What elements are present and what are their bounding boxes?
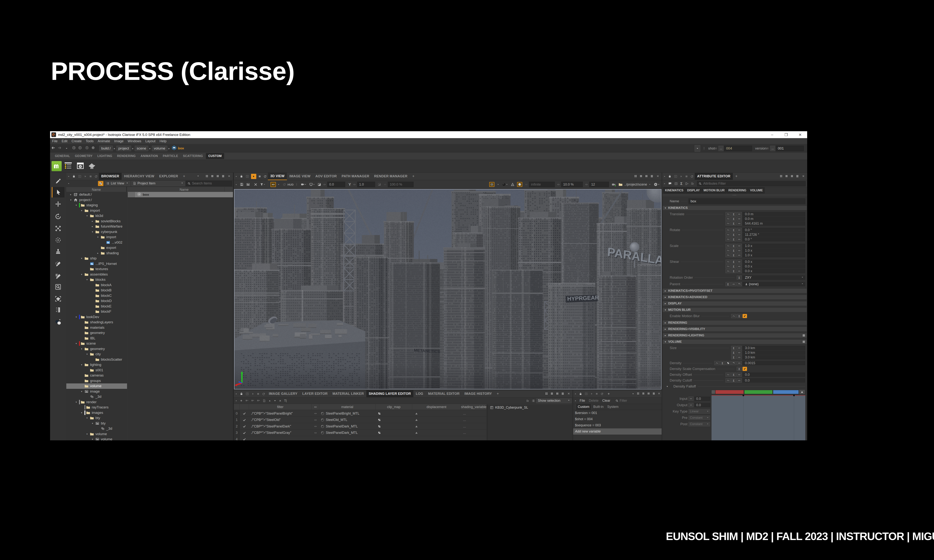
info-icon[interactable]: i <box>91 146 95 151</box>
snapshot-icon[interactable]: S <box>85 146 89 151</box>
context-mode-icon[interactable] <box>98 181 103 186</box>
context-tab-scattering[interactable]: SCATTERING <box>183 154 203 158</box>
expanded-arrow-icon[interactable]: ▾ <box>75 342 77 345</box>
camera-icon[interactable] <box>301 183 307 186</box>
tab-log[interactable]: LOG <box>413 390 426 397</box>
attr-vis-icon[interactable] <box>737 264 742 268</box>
attr-vis-icon[interactable] <box>737 351 742 355</box>
tree-item-rayTracers[interactable]: rayTracers <box>66 405 127 410</box>
attr-value-field[interactable]: 1.0 km <box>743 351 805 355</box>
attr-sum-icon[interactable]: Σ <box>731 222 736 226</box>
shading-layer-row-1[interactable]: 1./"CPB*">"SteelOld"SteelOld_MTL... <box>234 417 487 423</box>
attr-curve-icon[interactable] <box>726 253 731 257</box>
column-header-eye[interactable] <box>312 404 319 410</box>
attr-sum-icon[interactable]: Σ <box>731 378 736 383</box>
exposure-arrows-icon[interactable] <box>323 183 326 186</box>
lock-icon[interactable] <box>579 392 582 395</box>
tree-item-project[interactable]: ▾project:/ <box>66 197 127 203</box>
collapsed-arrow-icon[interactable]: ▸ <box>91 220 94 223</box>
attr-curve-icon[interactable] <box>726 244 731 248</box>
layout-rows-icon[interactable] <box>785 175 788 178</box>
tree-item-images[interactable]: ▾images <box>66 410 127 415</box>
attr-vis-icon[interactable] <box>737 232 742 237</box>
tree-item-bty[interactable]: ▾bty <box>66 415 127 421</box>
attr-dropdown[interactable]: ZXY <box>743 275 805 280</box>
add-variable-row[interactable]: Add new variable <box>573 428 662 435</box>
tree-item-render[interactable]: ▾render <box>66 400 127 405</box>
list-style-icon[interactable] <box>526 399 529 402</box>
play-icon[interactable] <box>84 175 87 178</box>
tree-item-sovietBlocks[interactable]: ▸sovietBlocks <box>66 218 127 224</box>
section-kinematics-pivot-offset[interactable]: ▸KINEMATICS>PIVOT/OFFSET <box>663 288 807 293</box>
play-button[interactable] <box>251 174 256 179</box>
attr-value-field[interactable]: 0.0 x <box>743 260 805 264</box>
attr-vis-icon[interactable] <box>737 228 742 232</box>
attr-curve-icon[interactable] <box>726 237 731 242</box>
tab-attribute-editor[interactable]: ATTRIBUTE EDITOR <box>695 173 733 180</box>
collapsed-arrow-icon[interactable]: ▸ <box>91 225 94 228</box>
collapse-arrow-icon[interactable] <box>235 175 237 177</box>
tree-item-blockC[interactable]: blockC <box>66 293 127 298</box>
history-icon[interactable] <box>674 182 678 185</box>
attr-sum-icon[interactable]: Σ <box>731 355 736 359</box>
tree-item-volume[interactable]: ▾volume <box>66 437 127 440</box>
displacement-cell[interactable] <box>412 410 461 417</box>
tree-item-import[interactable]: ▾import <box>66 208 127 213</box>
attr-vis-icon[interactable] <box>737 248 742 252</box>
attr-sum-icon[interactable]: Σ <box>731 351 736 355</box>
minimize-button[interactable]: – <box>765 131 779 138</box>
version-browse-button[interactable]: ... <box>770 146 775 151</box>
tab-image-history[interactable]: IMAGE HISTORY <box>462 390 494 397</box>
collapse-arrow-icon[interactable] <box>575 400 576 402</box>
gradient-blue-segment[interactable] <box>773 390 799 394</box>
row-check-icon[interactable] <box>240 430 249 436</box>
column-header-displacement[interactable]: displacement <box>412 404 461 410</box>
eyedropper-tool[interactable] <box>52 176 65 186</box>
collapse-arrow-icon[interactable] <box>664 175 666 177</box>
tree-item-blockB[interactable]: blockB <box>66 288 127 293</box>
zoom-field[interactable]: 100.0 % <box>388 182 413 187</box>
clip-map-cell[interactable] <box>376 436 412 440</box>
panel-close-icon[interactable] <box>802 175 805 178</box>
expanded-arrow-icon[interactable]: ▾ <box>80 411 83 414</box>
tree-item-default[interactable]: ▸default:/ <box>66 192 127 197</box>
layout-grid-icon[interactable] <box>205 175 208 178</box>
attr-value-field[interactable]: 3.0 km <box>743 355 805 359</box>
attr-value-field[interactable]: 11.2726 ° <box>743 232 805 237</box>
attr-sum-icon[interactable]: Σ <box>726 282 731 286</box>
attr-sum-icon[interactable]: Σ <box>731 346 736 350</box>
clip-map-cell[interactable] <box>376 417 412 423</box>
panel-close-icon[interactable] <box>567 392 570 396</box>
expanded-arrow-icon[interactable]: ▾ <box>80 273 83 276</box>
layout-grid-icon[interactable] <box>637 392 640 395</box>
shading-layer-row-0[interactable]: 0./"CPB*">"SteelPanelBright"SteelPanelBr… <box>234 410 487 417</box>
variable-row-0[interactable]: $version = 001 <box>573 410 662 416</box>
falloff-pre-dropdown[interactable]: Constant <box>689 415 710 420</box>
combine-tool[interactable] <box>52 317 65 327</box>
export-icon[interactable] <box>585 392 588 395</box>
name-field[interactable]: box <box>689 198 805 204</box>
falloff-post-dropdown[interactable]: Constant <box>689 422 710 426</box>
attr-value-field[interactable]: 1.0 x <box>743 253 805 257</box>
layout-cols-icon[interactable] <box>791 175 793 178</box>
expanded-arrow-icon[interactable]: ▾ <box>80 390 83 393</box>
tree-item-geometry[interactable]: ▾geometry <box>66 346 127 352</box>
attr-sum-icon[interactable]: Σ <box>731 260 736 264</box>
tab-explorer[interactable]: EXPLORER <box>157 173 180 180</box>
pause-icon[interactable] <box>89 175 92 178</box>
vars-tab-builtin[interactable]: Built-in <box>592 404 606 410</box>
section-kinematics-advanced[interactable]: ▸KINEMATICS>ADVANCED <box>663 295 807 300</box>
section-kinematics[interactable]: ▾KINEMATICS <box>663 206 807 210</box>
samples-field[interactable]: 12 <box>589 182 609 187</box>
attr-value-field[interactable]: 0.0 x <box>743 264 805 268</box>
attr-vis-icon[interactable] <box>737 212 742 216</box>
tree-item-blockD[interactable]: blockD <box>66 298 127 304</box>
layout-grid-icon[interactable] <box>780 175 783 178</box>
attr-curve-icon[interactable] <box>726 228 731 232</box>
falloff-output-field[interactable]: 0.0 <box>695 403 710 407</box>
falloff-keytype-dropdown[interactable]: Linear <box>689 409 710 414</box>
show-selection-dropdown[interactable]: Show selection <box>536 398 572 403</box>
attr-vis-icon[interactable] <box>737 244 742 248</box>
context-tab-lighting[interactable]: LIGHTING <box>97 154 112 158</box>
expanded-arrow-icon[interactable]: ▾ <box>80 363 83 366</box>
